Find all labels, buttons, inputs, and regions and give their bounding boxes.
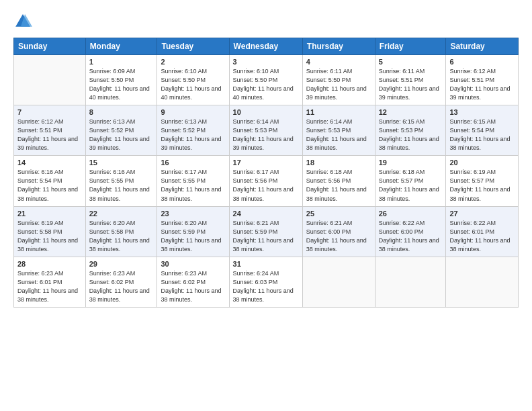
day-number: 16 xyxy=(161,158,225,167)
day-number: 1 xyxy=(89,58,154,66)
day-number: 2 xyxy=(161,58,225,66)
calendar-cell: 16Sunrise: 6:17 AM Sunset: 5:55 PM Dayli… xyxy=(157,156,229,206)
cell-info: Sunrise: 6:18 AM Sunset: 5:57 PM Dayligh… xyxy=(379,168,443,203)
calendar-cell: 18Sunrise: 6:18 AM Sunset: 5:56 PM Dayli… xyxy=(302,156,375,206)
calendar-cell: 30Sunrise: 6:23 AM Sunset: 6:02 PM Dayli… xyxy=(157,257,229,307)
calendar-cell: 2Sunrise: 6:10 AM Sunset: 5:50 PM Daylig… xyxy=(157,55,229,105)
day-number: 5 xyxy=(379,58,443,66)
calendar-cell: 22Sunrise: 6:20 AM Sunset: 5:58 PM Dayli… xyxy=(85,206,157,257)
calendar-cell: 10Sunrise: 6:14 AM Sunset: 5:53 PM Dayli… xyxy=(229,105,302,156)
calendar-cell: 17Sunrise: 6:17 AM Sunset: 5:56 PM Dayli… xyxy=(229,156,302,206)
cell-info: Sunrise: 6:19 AM Sunset: 5:57 PM Dayligh… xyxy=(449,168,515,203)
col-header-tuesday: Tuesday xyxy=(157,38,229,55)
calendar-cell: 29Sunrise: 6:23 AM Sunset: 6:02 PM Dayli… xyxy=(85,257,157,307)
cell-info: Sunrise: 6:22 AM Sunset: 6:01 PM Dayligh… xyxy=(449,219,515,254)
cell-info: Sunrise: 6:23 AM Sunset: 6:02 PM Dayligh… xyxy=(161,269,225,304)
calendar-cell: 9Sunrise: 6:13 AM Sunset: 5:52 PM Daylig… xyxy=(157,105,229,156)
calendar-cell: 6Sunrise: 6:12 AM Sunset: 5:51 PM Daylig… xyxy=(446,55,519,105)
cell-info: Sunrise: 6:12 AM Sunset: 5:51 PM Dayligh… xyxy=(17,118,82,152)
calendar-cell: 14Sunrise: 6:16 AM Sunset: 5:54 PM Dayli… xyxy=(14,156,86,206)
col-header-saturday: Saturday xyxy=(446,38,519,55)
cell-info: Sunrise: 6:14 AM Sunset: 5:53 PM Dayligh… xyxy=(306,118,371,152)
cell-info: Sunrise: 6:17 AM Sunset: 5:56 PM Dayligh… xyxy=(233,168,299,203)
col-header-friday: Friday xyxy=(375,38,446,55)
day-number: 31 xyxy=(233,260,299,268)
cell-info: Sunrise: 6:15 AM Sunset: 5:54 PM Dayligh… xyxy=(449,118,515,152)
calendar-cell: 25Sunrise: 6:21 AM Sunset: 6:00 PM Dayli… xyxy=(302,206,375,257)
cell-info: Sunrise: 6:13 AM Sunset: 5:52 PM Dayligh… xyxy=(161,118,225,152)
calendar-cell xyxy=(302,257,375,307)
day-number: 12 xyxy=(379,108,443,116)
cell-info: Sunrise: 6:16 AM Sunset: 5:55 PM Dayligh… xyxy=(89,168,154,203)
calendar-cell xyxy=(375,257,446,307)
calendar-cell: 21Sunrise: 6:19 AM Sunset: 5:58 PM Dayli… xyxy=(14,206,86,257)
cell-info: Sunrise: 6:19 AM Sunset: 5:58 PM Dayligh… xyxy=(17,219,82,254)
calendar-cell: 20Sunrise: 6:19 AM Sunset: 5:57 PM Dayli… xyxy=(446,156,519,206)
day-number: 13 xyxy=(449,108,515,116)
calendar-cell: 15Sunrise: 6:16 AM Sunset: 5:55 PM Dayli… xyxy=(85,156,157,206)
logo-icon xyxy=(13,12,32,31)
week-row-3: 14Sunrise: 6:16 AM Sunset: 5:54 PM Dayli… xyxy=(14,156,519,206)
cell-info: Sunrise: 6:11 AM Sunset: 5:50 PM Dayligh… xyxy=(306,67,371,102)
cell-info: Sunrise: 6:14 AM Sunset: 5:53 PM Dayligh… xyxy=(233,118,299,152)
cell-info: Sunrise: 6:24 AM Sunset: 6:03 PM Dayligh… xyxy=(233,269,299,304)
day-number: 6 xyxy=(449,58,515,66)
calendar-table: SundayMondayTuesdayWednesdayThursdayFrid… xyxy=(13,38,519,308)
col-header-sunday: Sunday xyxy=(14,38,86,55)
cell-info: Sunrise: 6:20 AM Sunset: 5:58 PM Dayligh… xyxy=(89,219,154,254)
header xyxy=(13,12,519,31)
day-number: 10 xyxy=(233,108,299,116)
day-number: 9 xyxy=(161,108,225,116)
cell-info: Sunrise: 6:09 AM Sunset: 5:50 PM Dayligh… xyxy=(89,67,154,102)
day-number: 17 xyxy=(233,158,299,167)
day-number: 29 xyxy=(89,260,154,268)
day-number: 14 xyxy=(17,158,82,167)
cell-info: Sunrise: 6:18 AM Sunset: 5:56 PM Dayligh… xyxy=(306,168,371,203)
col-header-thursday: Thursday xyxy=(302,38,375,55)
cell-info: Sunrise: 6:12 AM Sunset: 5:51 PM Dayligh… xyxy=(449,67,515,102)
cell-info: Sunrise: 6:23 AM Sunset: 6:02 PM Dayligh… xyxy=(89,269,154,304)
cell-info: Sunrise: 6:20 AM Sunset: 5:59 PM Dayligh… xyxy=(161,219,225,254)
week-row-2: 7Sunrise: 6:12 AM Sunset: 5:51 PM Daylig… xyxy=(14,105,519,156)
cell-info: Sunrise: 6:10 AM Sunset: 5:50 PM Dayligh… xyxy=(161,67,225,102)
day-number: 19 xyxy=(379,158,443,167)
col-header-monday: Monday xyxy=(85,38,157,55)
day-number: 30 xyxy=(161,260,225,268)
calendar-cell: 27Sunrise: 6:22 AM Sunset: 6:01 PM Dayli… xyxy=(446,206,519,257)
day-number: 7 xyxy=(17,108,82,116)
calendar-header-row: SundayMondayTuesdayWednesdayThursdayFrid… xyxy=(14,38,519,55)
day-number: 23 xyxy=(161,210,225,218)
calendar-cell: 1Sunrise: 6:09 AM Sunset: 5:50 PM Daylig… xyxy=(85,55,157,105)
day-number: 21 xyxy=(17,210,82,218)
calendar-cell: 12Sunrise: 6:15 AM Sunset: 5:53 PM Dayli… xyxy=(375,105,446,156)
calendar-cell: 23Sunrise: 6:20 AM Sunset: 5:59 PM Dayli… xyxy=(157,206,229,257)
calendar-cell: 19Sunrise: 6:18 AM Sunset: 5:57 PM Dayli… xyxy=(375,156,446,206)
cell-info: Sunrise: 6:22 AM Sunset: 6:00 PM Dayligh… xyxy=(379,219,443,254)
day-number: 25 xyxy=(306,210,371,218)
calendar-cell: 28Sunrise: 6:23 AM Sunset: 6:01 PM Dayli… xyxy=(14,257,86,307)
calendar-cell: 11Sunrise: 6:14 AM Sunset: 5:53 PM Dayli… xyxy=(302,105,375,156)
calendar-cell: 5Sunrise: 6:11 AM Sunset: 5:51 PM Daylig… xyxy=(375,55,446,105)
cell-info: Sunrise: 6:17 AM Sunset: 5:55 PM Dayligh… xyxy=(161,168,225,203)
day-number: 11 xyxy=(306,108,371,116)
logo xyxy=(13,12,35,31)
cell-info: Sunrise: 6:15 AM Sunset: 5:53 PM Dayligh… xyxy=(379,118,443,152)
day-number: 3 xyxy=(233,58,299,66)
calendar-cell: 13Sunrise: 6:15 AM Sunset: 5:54 PM Dayli… xyxy=(446,105,519,156)
calendar-cell: 4Sunrise: 6:11 AM Sunset: 5:50 PM Daylig… xyxy=(302,55,375,105)
day-number: 4 xyxy=(306,58,371,66)
week-row-5: 28Sunrise: 6:23 AM Sunset: 6:01 PM Dayli… xyxy=(14,257,519,307)
day-number: 8 xyxy=(89,108,154,116)
cell-info: Sunrise: 6:11 AM Sunset: 5:51 PM Dayligh… xyxy=(379,67,443,102)
calendar-cell: 24Sunrise: 6:21 AM Sunset: 5:59 PM Dayli… xyxy=(229,206,302,257)
cell-info: Sunrise: 6:23 AM Sunset: 6:01 PM Dayligh… xyxy=(17,269,82,304)
calendar-cell xyxy=(446,257,519,307)
calendar-cell: 7Sunrise: 6:12 AM Sunset: 5:51 PM Daylig… xyxy=(14,105,86,156)
calendar-cell: 26Sunrise: 6:22 AM Sunset: 6:00 PM Dayli… xyxy=(375,206,446,257)
cell-info: Sunrise: 6:10 AM Sunset: 5:50 PM Dayligh… xyxy=(233,67,299,102)
day-number: 20 xyxy=(449,158,515,167)
day-number: 26 xyxy=(379,210,443,218)
cell-info: Sunrise: 6:21 AM Sunset: 6:00 PM Dayligh… xyxy=(306,219,371,254)
day-number: 22 xyxy=(89,210,154,218)
day-number: 15 xyxy=(89,158,154,167)
